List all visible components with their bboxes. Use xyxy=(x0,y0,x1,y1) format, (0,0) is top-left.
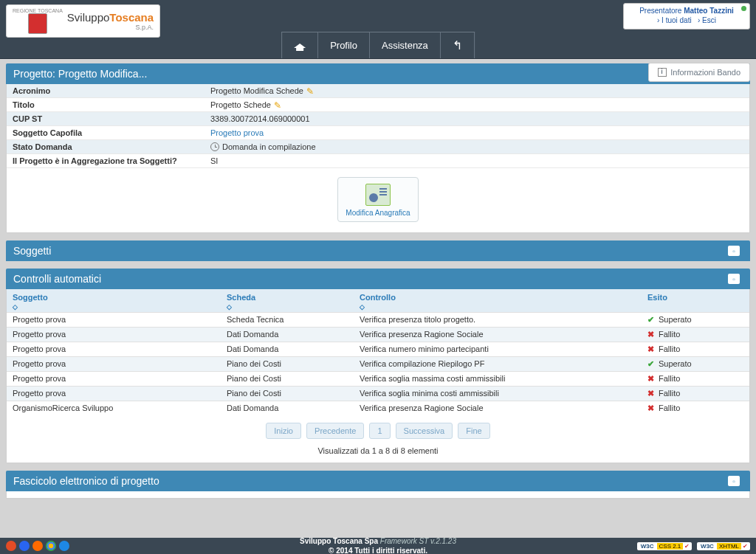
project-title: Progetto: Progetto Modifica... xyxy=(13,68,147,80)
controlli-thead: Soggetto◇ Scheda◇ Controllo◇ Esito xyxy=(7,289,749,312)
collapse-icon[interactable] xyxy=(728,476,740,486)
main-nav: Profilo Assistenza ↰ xyxy=(281,32,475,58)
cell-soggetto: Progetto prova xyxy=(7,359,221,369)
page-current[interactable]: 1 xyxy=(369,423,390,439)
logo[interactable]: REGIONE TOSCANA SviluppoToscana S.p.A. xyxy=(6,4,160,38)
soggetti-title: Soggetti xyxy=(13,245,51,257)
page-fine[interactable]: Fine xyxy=(458,423,489,439)
collapse-icon[interactable] xyxy=(728,274,740,284)
th-scheda[interactable]: Scheda◇ xyxy=(221,293,354,311)
clock-icon xyxy=(210,142,219,151)
detail-row: TitoloProgetto Schede xyxy=(7,98,749,112)
table-row: Progetto provaScheda TecnicaVerifica pre… xyxy=(7,312,749,327)
footer: Sviluppo Toscana Spa Framework ST v.2.1.… xyxy=(0,538,756,554)
detail-label: Titolo xyxy=(7,98,205,111)
controlli-title: Controlli automatici xyxy=(13,273,101,285)
browser-icons xyxy=(6,541,69,551)
nav-profilo[interactable]: Profilo xyxy=(318,32,370,58)
check-icon xyxy=(647,359,656,369)
w3c-badges: W3CCSS 2.1✔ W3CXHTML✔ xyxy=(634,541,750,550)
cross-icon xyxy=(647,330,656,339)
page-precedente[interactable]: Precedente xyxy=(306,423,364,439)
w3c-xhtml-badge[interactable]: W3CXHTML✔ xyxy=(697,542,750,550)
logo-region-text: REGIONE TOSCANA xyxy=(13,8,63,13)
footer-copyright: © 2014 Tutti i diritti riservati. xyxy=(329,547,427,554)
browser-icon xyxy=(46,541,56,551)
cell-controllo: Verifica numero minimo partecipanti xyxy=(354,344,642,354)
cell-soggetto: Progetto prova xyxy=(7,389,221,398)
th-soggetto[interactable]: Soggetto◇ xyxy=(7,293,221,311)
table-row: Progetto provaDati DomandaVerifica prese… xyxy=(7,327,749,342)
cell-esito: Fallito xyxy=(642,389,749,398)
cross-icon xyxy=(647,374,656,384)
cell-esito: Fallito xyxy=(642,330,749,339)
project-section-header: Progetto: Progetto Modifica... Informazi… xyxy=(6,63,750,84)
detail-link[interactable]: Progetto prova xyxy=(210,128,264,137)
detail-label: Il Progetto è in Aggregazione tra Sogget… xyxy=(7,154,205,167)
detail-value[interactable]: Progetto prova xyxy=(205,126,749,139)
footer-framework: Framework ST v.2.1.23 xyxy=(380,537,456,545)
cell-scheda: Scheda Tecnica xyxy=(221,315,354,325)
user-role: Presentatore xyxy=(639,7,681,15)
table-row: Progetto provaPiano dei CostiVerifica co… xyxy=(7,356,749,371)
detail-value: Progetto Schede xyxy=(205,98,749,111)
back-arrow-icon: ↰ xyxy=(453,38,462,52)
user-panel: Presentatore Matteo Tazzini › I tuoi dat… xyxy=(623,3,750,30)
anagrafica-icon xyxy=(365,184,391,206)
user-name: Matteo Tazzini xyxy=(684,7,734,15)
cell-controllo: Verifica soglia massima costi ammissibil… xyxy=(354,374,642,384)
modifica-anagrafica-button[interactable]: Modifica Anagrafica xyxy=(337,177,418,222)
edit-icon[interactable] xyxy=(274,100,283,109)
browser-icon xyxy=(19,541,30,551)
detail-row: Il Progetto è in Aggregazione tra Sogget… xyxy=(7,154,749,168)
fascicolo-title: Fascicolo elettronico di progetto xyxy=(13,475,159,487)
detail-value: Progetto Modifica Schede xyxy=(205,84,749,97)
cell-soggetto: OrganismoRicerca Sviluppo xyxy=(7,404,221,413)
nav-assistenza[interactable]: Assistenza xyxy=(370,32,441,58)
cell-controllo: Verifica presenza titolo progetto. xyxy=(354,315,642,325)
status-dot-icon xyxy=(741,6,746,11)
home-icon xyxy=(294,41,306,51)
edit-icon[interactable] xyxy=(306,86,315,95)
cell-esito: Fallito xyxy=(642,344,749,354)
th-esito[interactable]: Esito xyxy=(642,293,749,311)
detail-value: Domanda in compilazione xyxy=(205,140,749,153)
cell-soggetto: Progetto prova xyxy=(7,374,221,384)
cell-scheda: Piano dei Costi xyxy=(221,359,354,369)
cell-soggetto: Progetto prova xyxy=(7,344,221,354)
th-controllo[interactable]: Controllo◇ xyxy=(354,293,642,311)
soggetti-section-header: Soggetti xyxy=(6,240,750,261)
cell-scheda: Dati Domanda xyxy=(221,344,354,354)
cross-icon xyxy=(647,389,656,398)
anagrafica-label: Modifica Anagrafica xyxy=(346,209,410,217)
nav-home[interactable] xyxy=(281,32,318,58)
cell-esito: Superato xyxy=(642,359,749,369)
table-row: Progetto provaPiano dei CostiVerifica so… xyxy=(7,386,749,401)
browser-icon xyxy=(59,541,69,551)
controlli-table: Soggetto◇ Scheda◇ Controllo◇ Esito Proge… xyxy=(6,289,750,463)
detail-label: Stato Domanda xyxy=(7,140,205,153)
fascicolo-body xyxy=(6,491,750,499)
logo-brand-b: Toscana xyxy=(109,11,154,24)
footer-company: Sviluppo Toscana Spa xyxy=(300,537,380,545)
app-header: REGIONE TOSCANA SviluppoToscana S.p.A. P… xyxy=(0,0,756,59)
link-tuoi-dati[interactable]: › I tuoi dati xyxy=(657,16,692,24)
w3c-css-badge[interactable]: W3CCSS 2.1✔ xyxy=(637,542,693,550)
cell-scheda: Dati Domanda xyxy=(221,404,354,413)
detail-value: 3389.30072014.069000001 xyxy=(205,112,749,125)
table-row: Progetto provaDati DomandaVerifica numer… xyxy=(7,342,749,356)
collapse-icon[interactable] xyxy=(728,246,740,256)
project-details: AcronimoProgetto Modifica SchedeTitoloPr… xyxy=(6,84,750,233)
page-successiva[interactable]: Successiva xyxy=(396,423,453,439)
nav-back[interactable]: ↰ xyxy=(441,32,475,58)
page-inizio[interactable]: Inizio xyxy=(266,423,301,439)
logo-spa: S.p.A. xyxy=(67,24,154,31)
cell-controllo: Verifica compilazione Riepilogo PF xyxy=(354,359,642,369)
detail-value: SI xyxy=(205,154,749,167)
info-bando-button[interactable]: Informazioni Bando xyxy=(648,63,750,82)
cross-icon xyxy=(647,344,656,354)
table-row: OrganismoRicerca SviluppoDati DomandaVer… xyxy=(7,401,749,415)
detail-row: AcronimoProgetto Modifica Schede xyxy=(7,84,749,98)
link-esci[interactable]: › Esci xyxy=(698,16,716,24)
anagrafica-container: Modifica Anagrafica xyxy=(7,168,749,232)
